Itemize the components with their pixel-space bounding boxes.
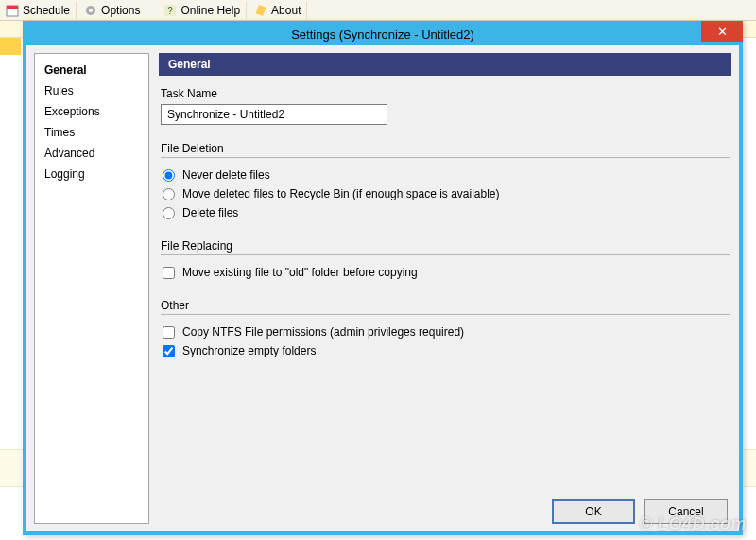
group-title: Other (161, 299, 730, 312)
checkbox-label: Move existing file to "old" folder befor… (182, 266, 418, 279)
sidebar-item-rules[interactable]: Rules (44, 82, 139, 103)
svg-rect-6 (256, 4, 266, 15)
close-icon: ✕ (717, 25, 728, 39)
sidebar-item-label: Exceptions (44, 105, 100, 118)
close-button[interactable]: ✕ (701, 21, 743, 42)
background-highlight (0, 38, 21, 55)
schedule-icon (6, 4, 19, 17)
about-icon (254, 4, 267, 17)
settings-dialog: Settings (Synchronize - Untitled2) ✕ Gen… (23, 21, 743, 535)
radio-input[interactable] (163, 188, 175, 200)
sidebar-item-logging[interactable]: Logging (44, 165, 139, 186)
radio-label: Move deleted files to Recycle Bin (if en… (182, 187, 500, 200)
sidebar-item-exceptions[interactable]: Exceptions (44, 103, 139, 124)
radio-label: Never delete files (182, 168, 270, 182)
checkbox-input[interactable] (163, 267, 175, 279)
radio-input[interactable] (163, 207, 175, 219)
radio-move-recycle[interactable]: Move deleted files to Recycle Bin (if en… (161, 184, 730, 203)
sidebar-item-label: Advanced (44, 147, 94, 160)
toolbar-label: About (271, 4, 301, 17)
svg-point-3 (89, 9, 93, 12)
settings-content: General Task Name File Deletion Never de… (159, 53, 731, 524)
group-other: Other Copy NTFS File permissions (admin … (161, 299, 730, 360)
checkbox-input[interactable] (163, 345, 175, 357)
svg-text:?: ? (168, 6, 174, 16)
group-title: File Replacing (161, 239, 730, 253)
radio-delete-files[interactable]: Delete files (161, 203, 730, 222)
checkbox-move-old[interactable]: Move existing file to "old" folder befor… (161, 263, 730, 282)
section-header: General (159, 53, 731, 76)
help-icon: ? (163, 4, 177, 17)
checkbox-sync-empty[interactable]: Synchronize empty folders (161, 341, 730, 360)
toolbar-item-about[interactable]: About (249, 2, 307, 19)
titlebar[interactable]: Settings (Synchronize - Untitled2) ✕ (23, 21, 743, 45)
settings-sidebar: General Rules Exceptions Times Advanced … (34, 53, 149, 524)
checkbox-input[interactable] (163, 326, 175, 339)
ok-button[interactable]: OK (552, 499, 635, 524)
checkbox-copy-ntfs[interactable]: Copy NTFS File permissions (admin privil… (161, 322, 730, 341)
dialog-body: General Rules Exceptions Times Advanced … (34, 53, 731, 524)
background-toolbar: Schedule Options ? Online Help About (0, 0, 756, 21)
radio-never-delete[interactable]: Never delete files (161, 165, 730, 184)
toolbar-item-schedule[interactable]: Schedule (0, 2, 77, 19)
toolbar-item-options[interactable]: Options (78, 2, 146, 19)
dialog-buttons: OK Cancel (552, 499, 728, 524)
gear-icon (84, 4, 97, 17)
cancel-button[interactable]: Cancel (644, 499, 728, 524)
radio-input[interactable] (163, 169, 175, 182)
toolbar-label: Options (101, 4, 140, 17)
sidebar-item-label: Times (44, 126, 75, 139)
checkbox-label: Copy NTFS File permissions (admin privil… (182, 325, 464, 339)
group-title: File Deletion (161, 142, 730, 155)
group-divider (161, 254, 730, 255)
sidebar-item-general[interactable]: General (44, 61, 139, 82)
dialog-title: Settings (Synchronize - Untitled2) (23, 26, 743, 42)
group-file-deletion: File Deletion Never delete files Move de… (161, 142, 730, 222)
toolbar-label: Online Help (180, 4, 240, 17)
task-name-input[interactable] (161, 104, 387, 125)
sidebar-item-label: Rules (44, 84, 74, 97)
group-divider (161, 314, 730, 315)
svg-rect-1 (7, 6, 18, 9)
sidebar-item-advanced[interactable]: Advanced (44, 145, 139, 165)
group-file-replacing: File Replacing Move existing file to "ol… (161, 239, 730, 282)
toolbar-label: Schedule (23, 4, 70, 17)
sidebar-item-label: General (44, 63, 87, 77)
group-divider (161, 157, 730, 158)
toolbar-item-online-help[interactable]: ? Online Help (158, 2, 247, 19)
task-name-label: Task Name (161, 87, 730, 100)
checkbox-label: Synchronize empty folders (182, 344, 316, 357)
sidebar-item-label: Logging (44, 167, 85, 181)
sidebar-item-times[interactable]: Times (44, 124, 139, 145)
radio-label: Delete files (182, 206, 238, 219)
